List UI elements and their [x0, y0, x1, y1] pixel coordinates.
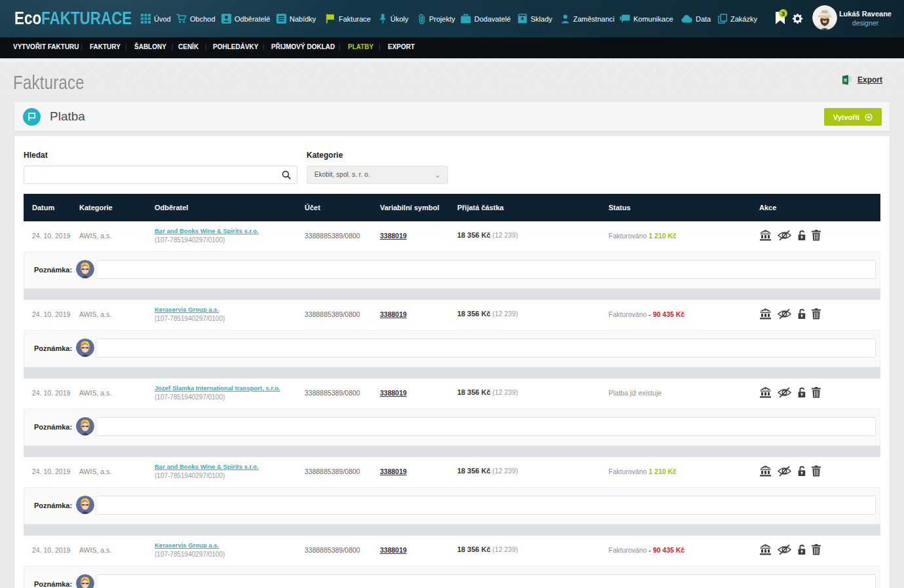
- svg-text:X: X: [844, 77, 848, 83]
